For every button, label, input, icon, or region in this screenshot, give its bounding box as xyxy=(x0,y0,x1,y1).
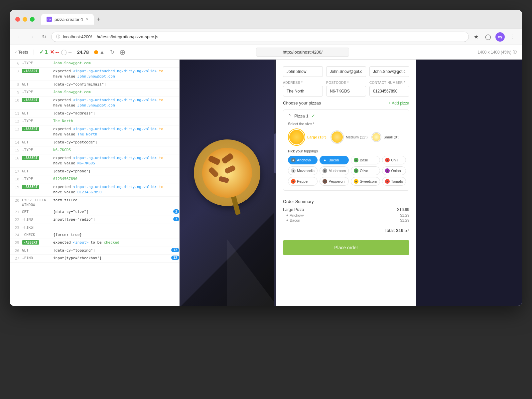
topping-basil[interactable]: ● Basil xyxy=(351,156,380,164)
line-number: 8 xyxy=(13,82,22,87)
size-large-option[interactable]: Large (13") xyxy=(288,128,327,146)
size-small-option[interactable]: Small (9") xyxy=(371,132,399,142)
size-label: Select the size * xyxy=(288,122,404,126)
line-number: 6 xyxy=(13,61,22,66)
val-col: [data-cy="confirmEmail"] xyxy=(52,82,179,88)
profile-avatar[interactable]: cy xyxy=(495,32,505,42)
phone-input[interactable] xyxy=(369,86,409,97)
pizza-image xyxy=(186,132,268,214)
topping-mushroom[interactable]: ● Mushroom xyxy=(320,166,349,175)
tab-close-button[interactable]: × xyxy=(86,17,88,22)
cmd-col: -ASSERT xyxy=(22,184,52,189)
topping-mozzarella-label: Mozzarella xyxy=(297,169,315,173)
val-col: expected <input> to be checked xyxy=(52,240,179,246)
order-summary-title: Order Summary xyxy=(283,199,409,204)
address-input[interactable] xyxy=(283,86,323,97)
confirm-email-field xyxy=(369,66,409,77)
address-field: ADDRESS * xyxy=(283,81,323,97)
topping-mozzarella[interactable]: ● Mozzarella xyxy=(288,166,318,175)
tab-title: pizza-creator-1 xyxy=(55,17,83,22)
val-col: The North xyxy=(52,118,179,124)
test-row: 6 -TYPE John.Snow@got.com xyxy=(10,60,179,68)
phone-field: CONTACT NUMBER * xyxy=(369,81,409,97)
cmd-col: -TYPE xyxy=(22,61,52,65)
postcode-input[interactable] xyxy=(326,86,366,97)
topping-anchovy[interactable]: ● Anchovy xyxy=(288,156,318,164)
cmd-col: -TYPE xyxy=(22,90,52,94)
order-anchovy-name: Anchovy xyxy=(290,213,400,217)
tab-favicon: cy xyxy=(47,17,52,22)
cmd-col: -ASSERT xyxy=(22,155,52,160)
size-medium-option[interactable]: Medium (11") xyxy=(331,130,368,144)
order-line-pizza: Large Pizza $16.99 xyxy=(283,207,409,212)
topping-onion[interactable]: ● Onion xyxy=(382,166,406,175)
test-row: 11 GET [data-cy="address"] xyxy=(10,110,179,118)
fail-icon: ✕ xyxy=(50,49,54,55)
email-input[interactable] xyxy=(326,66,366,77)
test-row: 23 -FIRST xyxy=(10,224,179,231)
address-row: ADDRESS * POSTCODE * CONTACT NUMBER * xyxy=(283,81,409,97)
minimize-traffic-light[interactable] xyxy=(23,17,27,22)
topping-tomato-dot: ● xyxy=(385,179,390,184)
topping-chili[interactable]: ● Chili xyxy=(382,156,406,164)
profile-icon[interactable]: ◯ xyxy=(483,32,493,42)
test-row: 27 -FIND input[type="checkbox"] 12 xyxy=(10,255,179,263)
browser-window: cy pizza-creator-1 × + ← → ↻ ⓘ localhost… xyxy=(10,10,522,306)
cmd-col: -FIND xyxy=(22,217,52,222)
check-icon: ✓ xyxy=(311,113,315,118)
browser-tab[interactable]: cy pizza-creator-1 × xyxy=(41,14,94,25)
indicator-icon: ▲ xyxy=(99,49,105,55)
test-panel: 6 -TYPE John.Snow@got.com 7 -ASSERT expe… xyxy=(10,60,180,306)
test-row: 14 GET [data-cy="postcode"] xyxy=(10,139,179,147)
preview-panel: ADDRESS * POSTCODE * CONTACT NUMBER * Ch… xyxy=(180,60,522,306)
address-bar[interactable]: ⓘ localhost:4200/__/#/tests/integration/… xyxy=(51,32,469,42)
size-large-label: Large (13") xyxy=(307,135,327,139)
topping-sweetcorn[interactable]: ● Sweetcorn xyxy=(351,177,380,186)
reload-button[interactable]: ↻ xyxy=(39,32,49,42)
topping-bacon[interactable]: ● Bacon xyxy=(320,156,349,164)
topping-tomato[interactable]: ● Tomato xyxy=(382,177,406,186)
confirm-email-input[interactable] xyxy=(369,66,409,77)
pizza-accordion-header[interactable]: ⌃ Pizza 1 ✓ xyxy=(283,110,409,122)
close-traffic-light[interactable] xyxy=(15,17,20,22)
tests-back-button[interactable]: ‹ Tests xyxy=(15,50,34,55)
size-large-circle xyxy=(288,128,305,146)
val-col: expected <input.ng-untouched.ng-dirty.ng… xyxy=(52,184,179,195)
topping-bacon-dot: ● xyxy=(323,158,327,162)
test-row: 20 EYES: CHECK WINDOW form filled xyxy=(10,197,179,208)
nav-actions: ★ ◯ cy ⋮ xyxy=(471,32,517,42)
cmd-col: GET xyxy=(22,169,52,173)
crosshair-icon[interactable]: ⨁ xyxy=(120,49,125,55)
name-input[interactable] xyxy=(283,66,323,77)
val-col: expected <input.ng-untouched.ng-dirty.ng… xyxy=(52,126,179,137)
reload-test-button[interactable]: ↻ xyxy=(110,49,114,55)
menu-icon[interactable]: ⋮ xyxy=(507,32,517,42)
bookmark-icon[interactable]: ★ xyxy=(471,32,481,42)
add-pizza-button[interactable]: + Add pizza xyxy=(389,101,409,105)
back-button[interactable]: ← xyxy=(15,32,25,42)
val-col: form filled xyxy=(52,198,179,203)
line-number: 11 xyxy=(13,111,22,116)
topping-pepper[interactable]: ● Pepper xyxy=(288,177,318,186)
forward-button[interactable]: → xyxy=(27,32,37,42)
cmd-col: GET xyxy=(22,82,52,87)
fullscreen-traffic-light[interactable] xyxy=(30,17,35,22)
line-number: 14 xyxy=(13,140,22,145)
topping-pepperoni-label: Pepperoni xyxy=(329,179,345,183)
topping-olive[interactable]: ● Olive xyxy=(351,166,380,175)
size-large-inner xyxy=(289,130,304,144)
line-number: 19 xyxy=(13,184,22,189)
scroll-thumb[interactable] xyxy=(274,133,276,173)
val-col: 01234567890 xyxy=(52,176,179,182)
size-small-inner xyxy=(372,133,380,141)
topping-sweetcorn-dot: ● xyxy=(354,179,358,184)
place-order-button[interactable]: Place order xyxy=(283,240,409,255)
nav-bar: ← → ↻ ⓘ localhost:4200/__/#/tests/integr… xyxy=(10,29,522,45)
new-tab-button[interactable]: + xyxy=(94,14,104,24)
fail-status: ✕ -- xyxy=(50,49,59,55)
cmd-col: GET xyxy=(22,140,52,144)
cmd-col: -ASSERT xyxy=(22,126,52,131)
topping-pepperoni[interactable]: ● Pepperoni xyxy=(320,177,349,186)
test-row: 21 GET [data-cy="size"] 3 xyxy=(10,208,179,216)
order-summary: Order Summary Large Pizza $16.99 Anchovy… xyxy=(283,195,409,237)
